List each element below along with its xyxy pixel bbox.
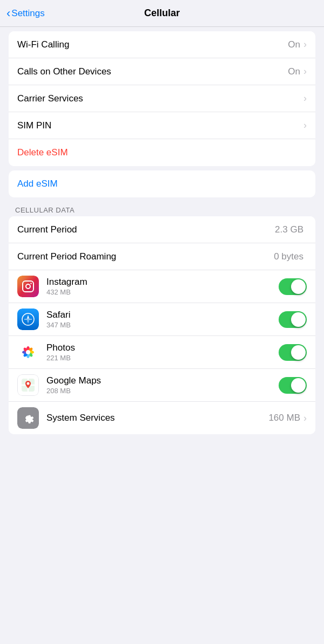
calls-other-devices-chevron-icon: › [303, 66, 307, 77]
svg-marker-5 [27, 319, 30, 324]
calls-other-devices-row[interactable]: Calls on Other Devices On › [9, 58, 315, 85]
google-maps-row: Google Maps 208 MB [9, 369, 315, 402]
instagram-row: Instagram 432 MB [9, 270, 315, 303]
google-maps-toggle-knob [291, 378, 306, 393]
system-services-row[interactable]: System Services 160 MB › [9, 402, 315, 434]
carrier-services-label: Carrier Services [17, 93, 303, 104]
instagram-size: 432 MB [46, 288, 279, 296]
safari-app-icon [17, 309, 39, 330]
photos-app-icon [17, 341, 39, 363]
photos-info: Photos 221 MB [46, 342, 279, 362]
settings-group-1: Wi-Fi Calling On › Calls on Other Device… [9, 31, 315, 166]
back-button[interactable]: ‹ Settings [6, 6, 45, 20]
gear-icon [21, 411, 35, 425]
calls-other-devices-value: On [288, 66, 300, 77]
current-period-roaming-value: 0 bytes [274, 251, 303, 262]
photos-name: Photos [46, 342, 279, 353]
google-maps-pin-icon [21, 378, 36, 393]
carrier-services-row[interactable]: Carrier Services › [9, 85, 315, 112]
settings-group-2: Add eSIM [9, 170, 315, 197]
svg-point-19 [27, 382, 30, 385]
svg-rect-0 [23, 281, 33, 292]
safari-size: 347 MB [46, 321, 279, 329]
google-maps-info: Google Maps 208 MB [46, 375, 279, 395]
instagram-logo-icon [22, 280, 35, 293]
sim-pin-label: SIM PIN [17, 120, 303, 131]
carrier-services-chevron-icon: › [303, 93, 307, 104]
cellular-data-section-label: CELLULAR DATA [0, 202, 324, 216]
wifi-calling-value: On [288, 39, 300, 50]
sim-pin-chevron-icon: › [303, 120, 307, 131]
photos-flower-icon [20, 344, 36, 360]
back-chevron-icon: ‹ [6, 6, 10, 20]
wifi-calling-label: Wi-Fi Calling [17, 39, 288, 50]
safari-row: Safari 347 MB [9, 303, 315, 336]
system-services-app-icon [17, 407, 39, 429]
instagram-app-icon [17, 276, 39, 297]
current-period-value: 2.3 GB [275, 224, 303, 235]
google-maps-app-icon [17, 374, 39, 396]
photos-row: Photos 221 MB [9, 336, 315, 369]
current-period-label: Current Period [17, 224, 275, 235]
header: ‹ Settings Cellular [0, 0, 324, 27]
photos-size: 221 MB [46, 354, 279, 362]
instagram-toggle[interactable] [279, 278, 307, 295]
cellular-data-group: Current Period 2.3 GB Current Period Roa… [9, 216, 315, 434]
system-services-name: System Services [46, 413, 268, 423]
system-services-chevron-icon: › [303, 413, 307, 424]
current-period-roaming-row: Current Period Roaming 0 bytes [9, 243, 315, 270]
wifi-calling-chevron-icon: › [303, 39, 307, 50]
calls-other-devices-label: Calls on Other Devices [17, 66, 288, 77]
instagram-info: Instagram 432 MB [46, 277, 279, 296]
add-esim-row[interactable]: Add eSIM [9, 170, 315, 197]
google-maps-size: 208 MB [46, 387, 279, 395]
svg-marker-4 [27, 315, 30, 319]
system-services-info: System Services [46, 413, 268, 423]
photos-toggle[interactable] [279, 344, 307, 361]
delete-esim-label: Delete eSIM [17, 147, 68, 158]
safari-info: Safari 347 MB [46, 310, 279, 329]
page-title: Cellular [144, 8, 180, 19]
safari-name: Safari [46, 310, 279, 320]
add-esim-label: Add eSIM [17, 179, 58, 189]
current-period-roaming-label: Current Period Roaming [17, 251, 274, 262]
svg-point-2 [30, 283, 31, 284]
wifi-calling-row[interactable]: Wi-Fi Calling On › [9, 31, 315, 58]
photos-toggle-knob [291, 345, 306, 360]
safari-toggle[interactable] [279, 311, 307, 328]
google-maps-name: Google Maps [46, 375, 279, 386]
back-label: Settings [11, 8, 44, 19]
sim-pin-row[interactable]: SIM PIN › [9, 112, 315, 139]
google-maps-toggle[interactable] [279, 377, 307, 394]
safari-toggle-knob [291, 312, 306, 327]
safari-compass-icon [21, 312, 35, 326]
svg-point-15 [26, 350, 30, 354]
svg-point-1 [26, 284, 30, 289]
delete-esim-row[interactable]: Delete eSIM [9, 139, 315, 166]
instagram-name: Instagram [46, 277, 279, 287]
current-period-row: Current Period 2.3 GB [9, 216, 315, 243]
system-services-value: 160 MB [268, 413, 300, 423]
instagram-toggle-knob [291, 279, 306, 294]
